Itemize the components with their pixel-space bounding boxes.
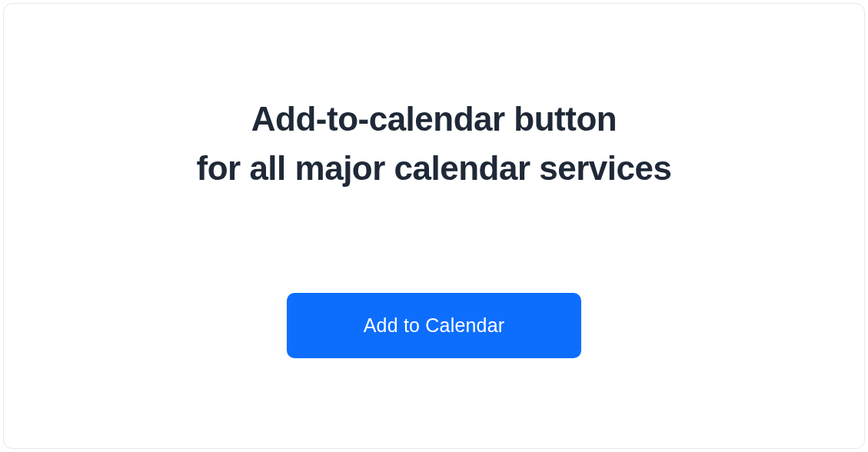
main-card: Add-to-calendar button for all major cal… <box>3 3 865 449</box>
heading-line-2: for all major calendar services <box>197 144 672 193</box>
button-container: Add to Calendar <box>287 293 582 358</box>
heading-line-1: Add-to-calendar button <box>197 95 672 144</box>
page-heading: Add-to-calendar button for all major cal… <box>197 95 672 193</box>
add-to-calendar-button[interactable]: Add to Calendar <box>287 293 582 358</box>
